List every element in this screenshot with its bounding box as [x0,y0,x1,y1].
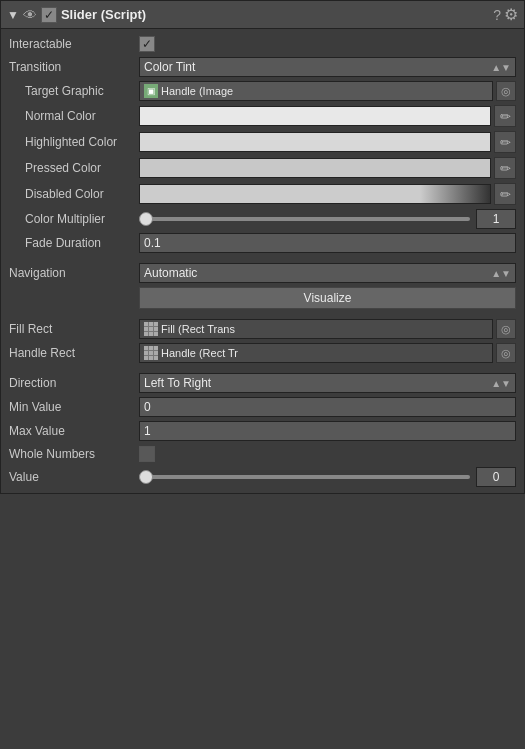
active-checkbox[interactable]: ✓ [41,7,57,23]
fill-rect-label: Fill Rect [9,322,139,336]
min-value-label: Min Value [9,400,139,414]
pressed-color-pencil[interactable]: ✏ [494,157,516,179]
fill-rect-field[interactable]: Fill (Rect Trans [139,319,493,339]
color-multiplier-control [139,209,516,229]
highlighted-color-row: Highlighted Color ✏ [1,129,524,155]
interactable-checkbox[interactable]: ✓ [139,36,155,52]
fill-rect-target-btn[interactable]: ◎ [496,319,516,339]
transition-dropdown[interactable]: Color Tint ▲▼ [139,57,516,77]
normal-color-pencil[interactable]: ✏ [494,105,516,127]
pressed-color-control: ✏ [139,157,516,179]
navigation-control: Automatic ▲▼ [139,263,516,283]
handle-rect-target-btn[interactable]: ◎ [496,343,516,363]
min-value-row: Min Value [1,395,524,419]
normal-color-control: ✏ [139,105,516,127]
visualize-button[interactable]: Visualize [139,287,516,309]
disabled-color-field[interactable] [139,184,491,204]
value-label: Value [9,470,139,484]
handle-rect-field[interactable]: Handle (Rect Tr [139,343,493,363]
highlighted-color-label: Highlighted Color [25,135,139,149]
color-multiplier-thumb[interactable] [139,212,153,226]
value-control [139,467,516,487]
color-multiplier-label: Color Multiplier [25,212,139,226]
help-icon[interactable]: ? [493,7,501,23]
value-row: Value [1,465,524,489]
pressed-color-field[interactable] [139,158,491,178]
disabled-color-label: Disabled Color [25,187,139,201]
navigation-value: Automatic [144,266,197,280]
expand-icon[interactable]: ▼ [7,8,19,22]
target-graphic-icon: ▣ [144,84,158,98]
transition-value: Color Tint [144,60,195,74]
value-thumb[interactable] [139,470,153,484]
visualize-control: Visualize [139,287,516,309]
value-track[interactable] [139,475,470,479]
transition-label: Transition [9,60,139,74]
panel-header: ▼ 👁 ✓ Slider (Script) ? ⚙ [1,1,524,29]
direction-value: Left To Right [144,376,211,390]
navigation-arrow: ▲▼ [491,268,511,279]
header-icons: ? ⚙ [493,5,518,24]
target-graphic-row: Target Graphic ▣ Handle (Image ◎ [1,79,524,103]
whole-numbers-label: Whole Numbers [9,447,139,461]
whole-numbers-checkbox[interactable] [139,446,155,462]
transition-arrow: ▲▼ [491,62,511,73]
fill-rect-row: Fill Rect Fill (Rect Trans ◎ [1,317,524,341]
whole-numbers-control [139,446,516,462]
direction-arrow: ▲▼ [491,378,511,389]
color-multiplier-slider-row [139,209,516,229]
handle-rect-label: Handle Rect [9,346,139,360]
disabled-color-control: ✏ [139,183,516,205]
interactable-control: ✓ [139,36,516,52]
max-value-input[interactable] [139,421,516,441]
pressed-color-row: Pressed Color ✏ [1,155,524,181]
max-value-control [139,421,516,441]
disabled-color-pencil[interactable]: ✏ [494,183,516,205]
fill-rect-control: Fill (Rect Trans ◎ [139,319,516,339]
panel-body: Interactable ✓ Transition Color Tint ▲▼ … [1,29,524,493]
transition-control: Color Tint ▲▼ [139,57,516,77]
fade-duration-input[interactable] [139,233,516,253]
handle-rect-value: Handle (Rect Tr [161,347,238,359]
target-graphic-label: Target Graphic [25,84,139,98]
target-graphic-control: ▣ Handle (Image ◎ [139,81,516,101]
normal-color-field[interactable] [139,106,491,126]
handle-rect-row: Handle Rect Handle (Rect Tr ◎ [1,341,524,365]
color-multiplier-track[interactable] [139,217,470,221]
visualize-row: Visualize [1,285,524,311]
normal-color-label: Normal Color [25,109,139,123]
navigation-label: Navigation [9,266,139,280]
handle-rect-control: Handle (Rect Tr ◎ [139,343,516,363]
target-graphic-target-btn[interactable]: ◎ [496,81,516,101]
max-value-row: Max Value [1,419,524,443]
color-multiplier-input[interactable] [476,209,516,229]
highlighted-color-field[interactable] [139,132,491,152]
min-value-input[interactable] [139,397,516,417]
value-slider-row [139,467,516,487]
normal-color-row: Normal Color ✏ [1,103,524,129]
fade-duration-row: Fade Duration [1,231,524,255]
disabled-color-row: Disabled Color ✏ [1,181,524,207]
transition-row: Transition Color Tint ▲▼ [1,55,524,79]
target-graphic-field[interactable]: ▣ Handle (Image [139,81,493,101]
highlighted-color-pencil[interactable]: ✏ [494,131,516,153]
interactable-row: Interactable ✓ [1,33,524,55]
navigation-row: Navigation Automatic ▲▼ [1,261,524,285]
target-graphic-value: Handle (Image [161,85,233,97]
eye-icon[interactable]: 👁 [23,7,37,23]
highlighted-color-control: ✏ [139,131,516,153]
direction-dropdown[interactable]: Left To Right ▲▼ [139,373,516,393]
interactable-label: Interactable [9,37,139,51]
value-input[interactable] [476,467,516,487]
gear-icon[interactable]: ⚙ [504,5,518,24]
pressed-color-label: Pressed Color [25,161,139,175]
direction-label: Direction [9,376,139,390]
slider-script-panel: ▼ 👁 ✓ Slider (Script) ? ⚙ Interactable ✓… [0,0,525,494]
max-value-label: Max Value [9,424,139,438]
navigation-dropdown[interactable]: Automatic ▲▼ [139,263,516,283]
whole-numbers-row: Whole Numbers [1,443,524,465]
fade-duration-control [139,233,516,253]
fade-duration-label: Fade Duration [25,236,139,250]
panel-title: Slider (Script) [61,7,489,22]
direction-row: Direction Left To Right ▲▼ [1,371,524,395]
